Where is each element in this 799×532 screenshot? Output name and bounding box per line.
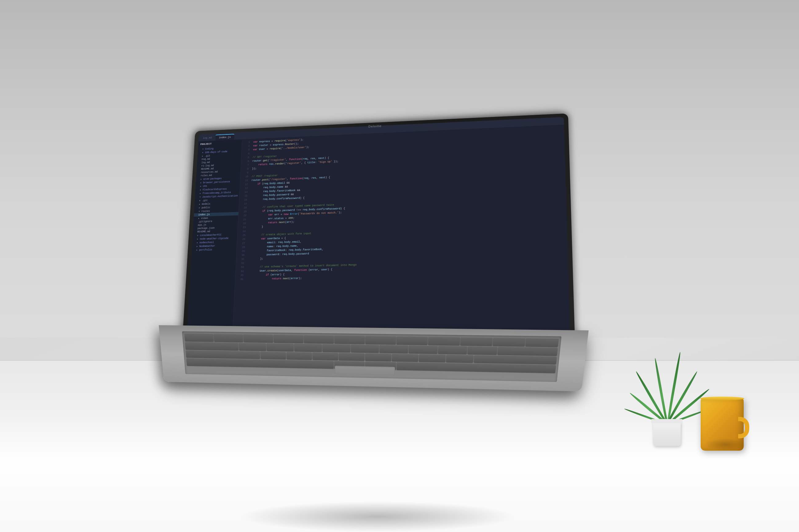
key[interactable] [239,343,266,350]
key-tab[interactable] [185,342,238,350]
key[interactable] [419,354,446,362]
key[interactable] [273,335,303,343]
laptop-shadow [239,501,516,532]
keyboard-area [182,331,561,382]
key[interactable] [184,334,214,341]
editor-screen[interactable]: log.md index.js Project ▾ Coding ▾ 100-d… [186,117,570,341]
key[interactable] [380,345,408,353]
key[interactable] [260,351,286,359]
plant [633,342,701,446]
mug-reflection [704,438,747,451]
key[interactable] [214,334,243,342]
key[interactable] [334,336,365,343]
key[interactable] [312,352,338,360]
editor-main: Project ▾ Coding ▾ 100-days-of-code ▸ .g… [186,125,570,337]
laptop-base [159,325,589,392]
mug-handle [738,417,749,438]
key[interactable] [460,337,492,346]
laptop: Deloitte log.md index.js [150,110,580,411]
deloitte-logo: Deloitte [368,124,382,128]
key[interactable] [304,335,334,343]
scene: Deloitte log.md index.js [0,0,799,532]
key[interactable] [446,355,474,363]
key-enter[interactable] [474,355,557,364]
key[interactable] [365,336,396,344]
key[interactable] [525,338,558,347]
key[interactable] [339,353,364,361]
screen-bezel: log.md index.js Project ▾ Coding ▾ 100-d… [186,117,570,341]
key[interactable] [365,353,392,361]
key[interactable] [468,346,497,354]
tab-index-js[interactable]: index.js [215,134,234,140]
key[interactable] [267,343,294,351]
mug-rim [700,397,744,400]
key[interactable] [351,344,379,353]
key[interactable] [493,338,526,346]
code-editor[interactable]: 12345 678910 1112131415 1617181920 21222… [233,125,570,337]
key[interactable] [322,344,350,352]
code-content[interactable]: var express = require('express'); var ro… [242,125,570,337]
key[interactable] [497,347,558,356]
key[interactable] [294,343,322,352]
plant-pot [653,421,681,446]
key[interactable] [286,352,312,360]
key[interactable] [392,354,419,362]
plant-leaves [636,339,697,424]
tab-log-md[interactable]: log.md [199,134,215,141]
trackpad[interactable] [335,366,395,375]
coffee-mug [701,392,750,451]
leaf-4 [665,371,698,425]
key[interactable] [438,346,468,354]
key[interactable] [396,337,428,345]
key[interactable] [408,345,437,354]
key[interactable] [428,337,460,345]
key-caps[interactable] [186,350,260,359]
laptop-lid: Deloitte log.md index.js [182,113,575,344]
key[interactable] [243,334,273,342]
